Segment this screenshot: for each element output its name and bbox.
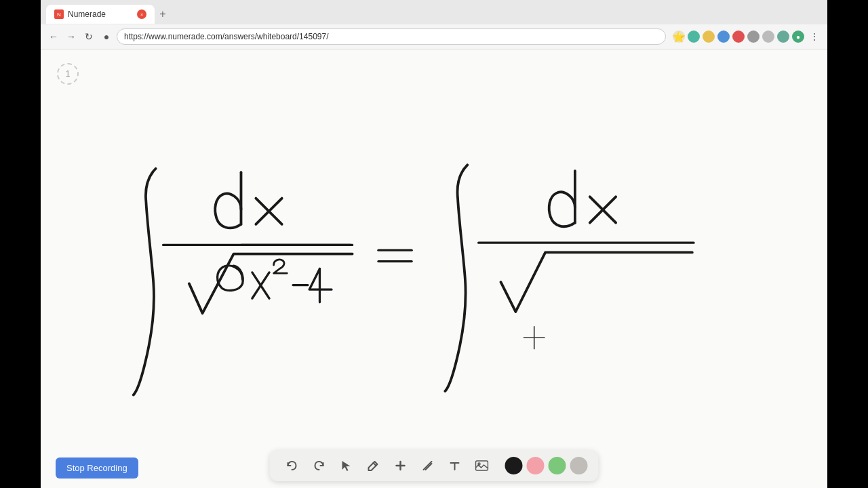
whiteboard[interactable]: 1 xyxy=(41,49,827,488)
ext-icon-1[interactable] xyxy=(688,30,700,43)
ext-icon-7[interactable] xyxy=(777,30,789,43)
color-pink-button[interactable] xyxy=(527,457,545,474)
address-bar[interactable]: https://www.numerade.com/answers/whitebo… xyxy=(117,28,666,45)
right-black-bar xyxy=(827,0,868,488)
tab-close-button[interactable]: × xyxy=(137,9,146,19)
ext-icon-6[interactable] xyxy=(762,30,774,43)
ext-icon-4[interactable] xyxy=(732,30,745,43)
color-green-button[interactable] xyxy=(549,457,566,474)
drawing-toolbar xyxy=(270,450,599,481)
stop-recording-button[interactable]: Stop Recording xyxy=(56,458,138,479)
toolbar-container: Stop Recording xyxy=(41,441,827,488)
tab-bar: N Numerade × + xyxy=(41,0,827,24)
tab-title: Numerade xyxy=(68,9,106,19)
ext-icon-2[interactable] xyxy=(703,30,715,43)
redo-button[interactable] xyxy=(308,454,331,477)
left-black-bar xyxy=(0,0,41,488)
math-canvas xyxy=(41,49,827,488)
image-tool-button[interactable] xyxy=(471,454,494,477)
screen-container: N Numerade × + ← → ↻ ● https://www.numer… xyxy=(41,0,827,488)
tab-favicon: N xyxy=(54,9,64,19)
user-avatar[interactable]: ● xyxy=(792,30,804,43)
highlight-tool-button[interactable] xyxy=(416,454,439,477)
bookmark-icon[interactable]: ⭐ xyxy=(673,30,685,43)
pen-tool-button[interactable] xyxy=(362,454,385,477)
back-button[interactable]: ← xyxy=(46,29,61,44)
undo-button[interactable] xyxy=(281,454,304,477)
ext-icon-5[interactable] xyxy=(747,30,760,43)
text-tool-button[interactable] xyxy=(443,454,467,477)
ext-icon-3[interactable] xyxy=(717,30,730,43)
add-tool-button[interactable] xyxy=(389,454,412,477)
forward-button[interactable]: → xyxy=(64,29,79,44)
toolbar-separator xyxy=(499,459,500,472)
active-tab[interactable]: N Numerade × xyxy=(46,5,155,24)
refresh-button[interactable]: ↻ xyxy=(81,29,96,44)
new-tab-button[interactable]: + xyxy=(155,6,171,22)
menu-button[interactable]: ⋮ xyxy=(807,29,822,44)
browser-chrome: N Numerade × + ← → ↻ ● https://www.numer… xyxy=(41,0,827,49)
home-button[interactable]: ● xyxy=(99,29,114,44)
browser-icons: ⭐ ● ⋮ xyxy=(673,29,822,44)
color-gray-button[interactable] xyxy=(570,457,588,474)
select-tool-button[interactable] xyxy=(335,454,358,477)
color-black-button[interactable] xyxy=(505,457,523,474)
url-text: https://www.numerade.com/answers/whitebo… xyxy=(124,32,329,41)
nav-bar: ← → ↻ ● https://www.numerade.com/answers… xyxy=(41,24,827,49)
